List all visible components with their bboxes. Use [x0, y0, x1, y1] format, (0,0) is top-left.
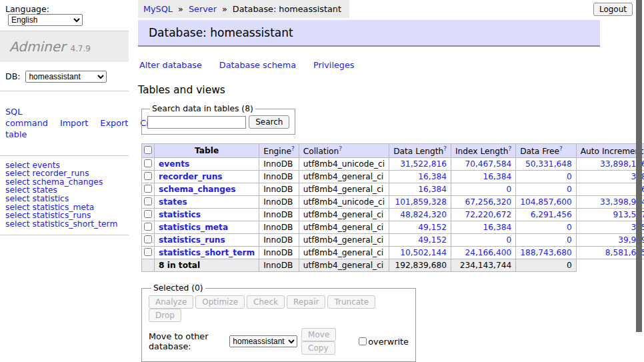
help-link[interactable]: ? [559, 145, 563, 152]
column-header-data-free: Data Free? [516, 144, 577, 158]
auto-increment-cell: 33,398,984 [576, 196, 644, 209]
row-checkbox-statistics-meta[interactable] [144, 223, 152, 231]
data-length-link[interactable]: 31,522,816 [400, 159, 447, 169]
table-name-link-statistics[interactable]: statistics [159, 210, 201, 219]
data-free-link[interactable]: 0 [567, 223, 572, 232]
table-name-cell: states [155, 196, 259, 209]
data-length-cell: 31,522,816 [389, 158, 451, 171]
help-link[interactable]: ? [291, 145, 295, 152]
data-length-link[interactable]: 49,152 [418, 235, 447, 245]
table-name-link-schema-changes[interactable]: schema_changes [159, 185, 235, 194]
index-length-link[interactable]: 16,384 [483, 223, 512, 232]
data-free-link[interactable]: 0 [567, 172, 572, 181]
sidebar-table-link-statistics-short-term[interactable]: statistics_short_term [32, 219, 117, 229]
data-length-link[interactable]: 16,384 [418, 172, 447, 181]
index-length-link[interactable]: 67,256,320 [465, 197, 511, 207]
index-length-link[interactable]: 72,220,672 [465, 210, 511, 219]
help-link[interactable]: ? [339, 145, 342, 152]
row-checkbox-cell [142, 221, 155, 234]
check-button: Check [247, 295, 285, 309]
table-row-statistics-runs: statistics_runsInnoDButf8mb4_general_ci4… [142, 234, 644, 247]
data-length-link[interactable]: 49,152 [418, 223, 447, 232]
row-checkbox-cell [142, 183, 155, 196]
sidebar-action-import[interactable]: Import [60, 118, 88, 128]
move-db-select[interactable]: homeassistant [229, 335, 297, 347]
column-label: Data Length [393, 147, 443, 156]
engine-cell: InnoDB [259, 171, 299, 183]
adminer-logo[interactable]: Adminer [9, 39, 65, 55]
row-checkbox-events[interactable] [144, 159, 152, 167]
table-row-statistics-meta: statistics_metaInnoDButf8mb4_general_ci4… [142, 221, 644, 234]
data-free-link[interactable]: 0 [567, 235, 572, 245]
collation-cell: utf8mb4_unicode_ci [299, 196, 389, 209]
total-data-free-cell: 0 [516, 259, 577, 272]
table-name-link-recorder-runs[interactable]: recorder_runs [159, 172, 223, 181]
index-length-link[interactable]: 0 [506, 235, 511, 245]
row-checkbox-schema-changes[interactable] [144, 185, 152, 193]
adminer-logo-block: Adminer 4.7.9 [0, 31, 129, 62]
row-checkbox-statistics-runs[interactable] [144, 235, 152, 243]
data-free-link[interactable]: 50,331,648 [525, 159, 572, 169]
table-name-link-statistics-meta[interactable]: statistics_meta [159, 223, 228, 232]
engine-cell: InnoDB [259, 158, 299, 171]
breadcrumb-link-server[interactable]: Server [189, 4, 217, 14]
data-free-link[interactable]: 0 [567, 185, 572, 194]
selected-fieldset: Selected (0) AnalyzeOptimizeCheckRepairT… [141, 283, 416, 362]
search-input[interactable] [147, 116, 246, 129]
index-length-link[interactable]: 0 [506, 185, 511, 194]
data-free-link[interactable]: 6,291,456 [531, 210, 572, 219]
tables-section-title: Tables and views [138, 84, 605, 96]
scrollbar-thumb[interactable] [636, 0, 642, 332]
total-index-length-cell: 234,143,744 [451, 259, 515, 272]
sidebar-action-sql-command[interactable]: SQL command [5, 107, 48, 128]
index-length-link[interactable]: 70,467,584 [465, 159, 511, 169]
index-length-link[interactable]: 24,166,400 [465, 248, 511, 257]
overwrite-checkbox[interactable] [359, 337, 367, 345]
index-length-link[interactable]: 16,384 [483, 172, 512, 181]
page-title: Database: homeassistant [138, 20, 600, 47]
data-length-link[interactable]: 48,824,320 [400, 210, 447, 219]
table-name-cell: statistics [155, 209, 259, 221]
engine-cell: InnoDB [259, 234, 299, 247]
data-length-link[interactable]: 10,502,144 [400, 248, 447, 257]
data-free-link[interactable]: 104,857,600 [520, 197, 572, 207]
sidebar-action-export[interactable]: Export [100, 118, 128, 128]
index-length-cell: 16,384 [451, 221, 515, 234]
table-row-statistics: statisticsInnoDButf8mb4_general_ci48,824… [142, 209, 644, 221]
auto-increment-cell: 39,999 [576, 234, 644, 247]
row-checkbox-states[interactable] [144, 197, 152, 205]
alter-database-link[interactable]: Alter database [139, 60, 202, 70]
breadcrumb-link-mysql[interactable]: MySQL [143, 4, 173, 14]
language-select[interactable]: English [8, 14, 83, 26]
table-name-link-events[interactable]: events [159, 159, 189, 169]
sidebar-select-link-statistics-short-term[interactable]: select [5, 219, 30, 229]
table-name-link-statistics-short-term[interactable]: statistics_short_term [159, 248, 255, 257]
breadcrumb-separator: » [175, 4, 186, 14]
row-checkbox-recorder-runs[interactable] [144, 172, 152, 180]
db-select[interactable]: homeassistant [25, 71, 107, 83]
search-button[interactable]: Search [249, 115, 289, 129]
db-selector-row: DB: homeassistant [0, 62, 129, 91]
column-header-collation: Collation? [299, 144, 389, 158]
privileges-link[interactable]: Privileges [313, 60, 355, 70]
total-label-cell: 8 in total [155, 259, 259, 272]
select-all-checkbox[interactable] [144, 146, 152, 154]
database-schema-link[interactable]: Database schema [219, 60, 296, 70]
help-link[interactable]: ? [443, 145, 447, 152]
data-length-link[interactable]: 101,859,328 [395, 197, 447, 207]
index-length-cell: 0 [451, 234, 515, 247]
data-free-link[interactable]: 188,743,680 [520, 248, 572, 257]
main-content: Database: homeassistant Alter databaseDa… [138, 20, 605, 362]
column-label: Table [195, 146, 219, 155]
database-action-links: Alter databaseDatabase schemaPrivileges [139, 60, 605, 70]
help-link[interactable]: ? [508, 145, 511, 152]
row-checkbox-statistics[interactable] [144, 210, 152, 218]
data-free-cell: 0 [516, 183, 577, 196]
row-checkbox-statistics-short-term[interactable] [144, 248, 152, 256]
table-name-link-states[interactable]: states [159, 197, 187, 207]
language-row: Language: English [0, 0, 129, 31]
table-name-link-statistics-runs[interactable]: statistics_runs [159, 235, 225, 245]
logout-button[interactable]: Logout [593, 3, 633, 16]
data-length-link[interactable]: 16,384 [418, 185, 447, 194]
sidebar-table-list: select eventsselect recorder_runsselect … [0, 156, 129, 235]
